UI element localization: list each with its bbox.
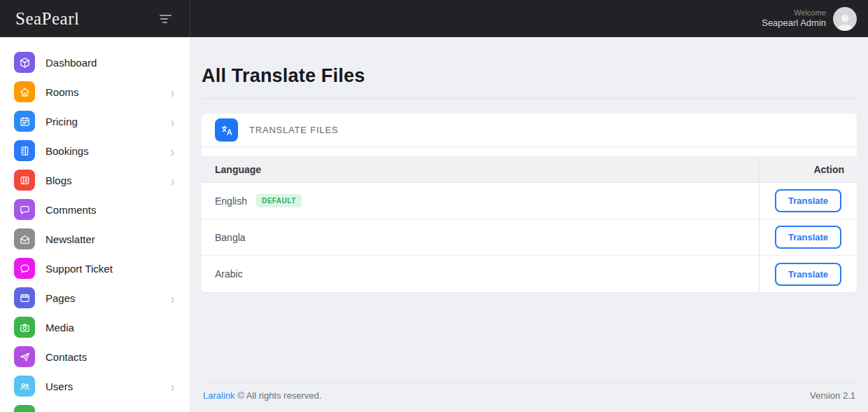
sidebar-item-users[interactable]: Users › [0, 371, 190, 401]
home-icon [14, 81, 35, 102]
sidebar-item-label: Comments [46, 204, 174, 216]
app-logo: SeaPearl [15, 9, 79, 29]
users-icon [14, 376, 35, 397]
sidebar-item-partial[interactable] [0, 401, 190, 412]
avatar[interactable] [833, 7, 857, 31]
sidebar-toggle-button[interactable] [157, 12, 174, 26]
sidebar-item-comments[interactable]: Comments [0, 195, 190, 224]
chevron-right-icon: › [171, 173, 174, 188]
language-name: Bangla [215, 232, 246, 243]
table-row: Arabic Translate [202, 256, 857, 292]
sidebar-item-label: Dashboard [46, 57, 174, 69]
envelope-icon [14, 228, 35, 249]
calendar-icon [14, 111, 35, 132]
translate-files-card: TRANSLATE FILES Language Action English … [202, 114, 857, 292]
sidebar-item-label: Rooms [46, 86, 171, 98]
column-header-language: Language [202, 164, 759, 175]
sidebar-item-label: Bookings [46, 145, 171, 157]
table-row: Bangla Translate [202, 219, 857, 256]
translate-button[interactable]: Translate [775, 226, 841, 249]
sidebar-item-label: Pages [46, 292, 171, 304]
sidebar-item-media[interactable]: Media [0, 313, 190, 342]
table-header: Language Action [202, 156, 857, 183]
sidebar-item-label: Blogs [46, 174, 171, 186]
comment-icon [14, 199, 35, 220]
translate-button[interactable]: Translate [775, 263, 841, 286]
default-badge: DEFAULT [256, 194, 302, 207]
chat-bubble-icon [14, 258, 35, 279]
chevron-right-icon: › [171, 144, 174, 158]
user-name: Seapearl Admin [762, 18, 826, 29]
hidden-icon [14, 405, 35, 412]
sidebar-item-label: Media [46, 322, 174, 334]
sidebar-item-support-ticket[interactable]: Support Ticket [0, 254, 190, 283]
cube-icon [14, 52, 35, 73]
column-header-action: Action [759, 156, 857, 182]
sidebar-item-label: Pricing [46, 116, 171, 128]
language-name: Arabic [215, 268, 243, 280]
chevron-right-icon: › [171, 379, 174, 394]
sidebar-item-rooms[interactable]: Rooms › [0, 77, 190, 107]
chevron-right-icon: › [171, 114, 174, 129]
chevron-right-icon: › [171, 291, 174, 305]
sidebar-item-label: Users [46, 380, 171, 392]
sidebar-item-pricing[interactable]: Pricing › [0, 107, 190, 136]
copyright-text: Laralink © All rights reserved. [203, 390, 321, 401]
main-content: All Translate Files TRANSLATE FILES Lang… [190, 37, 868, 412]
sidebar-item-label: Newslatter [46, 233, 174, 245]
table-row: English DEFAULT Translate [202, 183, 857, 219]
version-text: Version 2.1 [810, 390, 855, 401]
paper-plane-icon [14, 346, 35, 367]
camera-icon [14, 317, 35, 338]
sidebar-header: SeaPearl [0, 0, 190, 37]
page-title: All Translate Files [202, 65, 857, 87]
card-body: Language Action English DEFAULT Translat… [202, 147, 857, 292]
welcome-text: Welcome [762, 8, 826, 18]
sidebar-item-label: Support Ticket [46, 263, 174, 275]
sidebar-item-label: Contacts [46, 351, 174, 363]
sidebar-item-blogs[interactable]: Blogs › [0, 165, 190, 195]
sidebar-item-dashboard[interactable]: Dashboard [0, 48, 190, 77]
sidebar-item-pages[interactable]: Pages › [0, 283, 190, 313]
topbar-user-area: Welcome Seapearl Admin [190, 0, 868, 37]
card-header: TRANSLATE FILES [202, 114, 857, 147]
brand-link[interactable]: Laralink [203, 390, 235, 401]
newspaper-icon [14, 170, 35, 191]
window-icon [14, 287, 35, 308]
translate-button[interactable]: Translate [775, 189, 841, 212]
sidebar: Dashboard Rooms › Pricing › Booking [0, 37, 190, 412]
person-icon [834, 11, 855, 31]
ledger-icon [14, 140, 35, 161]
card-title: TRANSLATE FILES [249, 125, 338, 135]
chevron-right-icon: › [171, 85, 174, 99]
sidebar-item-newsletter[interactable]: Newslatter [0, 224, 190, 254]
sidebar-item-bookings[interactable]: Bookings › [0, 136, 190, 165]
topbar: SeaPearl Welcome Seapearl Admin [0, 0, 868, 37]
language-name: English [215, 195, 247, 207]
sidebar-item-contacts[interactable]: Contacts [0, 342, 190, 371]
translate-icon [215, 118, 238, 142]
title-divider [202, 98, 857, 99]
footer: Laralink © All rights reserved. Version … [202, 382, 857, 412]
